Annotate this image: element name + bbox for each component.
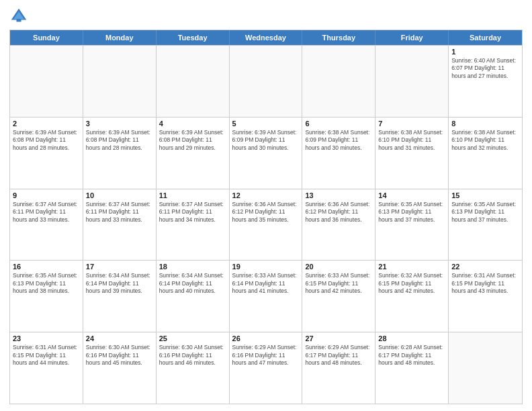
calendar-cell-4-5: 28Sunrise: 6:28 AM Sunset: 6:17 PM Dayli… <box>375 332 449 404</box>
logo <box>9 7 31 26</box>
calendar-cell-0-1 <box>83 46 157 117</box>
calendar-body: 1Sunrise: 6:40 AM Sunset: 6:07 PM Daylig… <box>10 45 522 404</box>
calendar-row-1: 2Sunrise: 6:39 AM Sunset: 6:08 PM Daylig… <box>10 117 522 189</box>
calendar-cell-2-6: 15Sunrise: 6:35 AM Sunset: 6:13 PM Dayli… <box>449 189 522 261</box>
day-number: 8 <box>451 120 519 128</box>
day-number: 16 <box>13 263 80 271</box>
day-number: 21 <box>378 263 445 271</box>
calendar-cell-0-4 <box>302 46 375 117</box>
calendar-cell-4-0: 23Sunrise: 6:31 AM Sunset: 6:15 PM Dayli… <box>10 332 83 404</box>
day-info: Sunrise: 6:34 AM Sunset: 6:14 PM Dayligh… <box>159 272 226 295</box>
logo-icon <box>9 7 28 26</box>
day-info: Sunrise: 6:37 AM Sunset: 6:11 PM Dayligh… <box>13 201 80 224</box>
calendar-cell-0-6: 1Sunrise: 6:40 AM Sunset: 6:07 PM Daylig… <box>449 46 522 117</box>
day-number: 12 <box>232 191 300 199</box>
day-number: 18 <box>159 263 226 271</box>
calendar-cell-4-4: 27Sunrise: 6:29 AM Sunset: 6:17 PM Dayli… <box>302 332 375 404</box>
day-number: 25 <box>159 334 226 342</box>
calendar-cell-2-1: 10Sunrise: 6:37 AM Sunset: 6:11 PM Dayli… <box>83 189 157 261</box>
calendar-cell-1-0: 2Sunrise: 6:39 AM Sunset: 6:08 PM Daylig… <box>10 118 83 189</box>
day-info: Sunrise: 6:38 AM Sunset: 6:09 PM Dayligh… <box>305 129 372 152</box>
header-day-monday: Monday <box>83 30 157 45</box>
day-info: Sunrise: 6:39 AM Sunset: 6:08 PM Dayligh… <box>86 129 153 152</box>
day-info: Sunrise: 6:30 AM Sunset: 6:16 PM Dayligh… <box>159 344 226 367</box>
day-number: 22 <box>451 263 519 271</box>
calendar-cell-0-0 <box>10 46 83 117</box>
calendar-row-2: 9Sunrise: 6:37 AM Sunset: 6:11 PM Daylig… <box>10 189 522 261</box>
header-day-thursday: Thursday <box>302 30 375 45</box>
day-info: Sunrise: 6:40 AM Sunset: 6:07 PM Dayligh… <box>451 57 519 80</box>
header-day-friday: Friday <box>375 30 449 45</box>
day-number: 10 <box>86 191 153 199</box>
calendar-cell-1-1: 3Sunrise: 6:39 AM Sunset: 6:08 PM Daylig… <box>83 118 157 189</box>
calendar-cell-2-0: 9Sunrise: 6:37 AM Sunset: 6:11 PM Daylig… <box>10 189 83 261</box>
day-number: 15 <box>451 191 519 199</box>
calendar-row-3: 16Sunrise: 6:35 AM Sunset: 6:13 PM Dayli… <box>10 260 522 332</box>
day-info: Sunrise: 6:39 AM Sunset: 6:09 PM Dayligh… <box>232 129 300 152</box>
day-number: 26 <box>232 334 300 342</box>
day-info: Sunrise: 6:31 AM Sunset: 6:15 PM Dayligh… <box>451 272 519 295</box>
calendar-cell-4-1: 24Sunrise: 6:30 AM Sunset: 6:16 PM Dayli… <box>83 332 157 404</box>
day-info: Sunrise: 6:29 AM Sunset: 6:17 PM Dayligh… <box>305 344 372 367</box>
calendar-cell-2-5: 14Sunrise: 6:35 AM Sunset: 6:13 PM Dayli… <box>375 189 449 261</box>
calendar-cell-3-0: 16Sunrise: 6:35 AM Sunset: 6:13 PM Dayli… <box>10 261 83 332</box>
day-info: Sunrise: 6:34 AM Sunset: 6:14 PM Dayligh… <box>86 272 153 295</box>
day-info: Sunrise: 6:37 AM Sunset: 6:11 PM Dayligh… <box>159 201 226 224</box>
header-day-saturday: Saturday <box>449 30 522 45</box>
day-number: 4 <box>159 120 226 128</box>
day-number: 24 <box>86 334 153 342</box>
day-number: 14 <box>378 191 445 199</box>
day-number: 20 <box>305 263 372 271</box>
page: SundayMondayTuesdayWednesdayThursdayFrid… <box>0 0 532 411</box>
calendar-cell-0-3 <box>230 46 303 117</box>
calendar-cell-0-2 <box>157 46 230 117</box>
day-info: Sunrise: 6:39 AM Sunset: 6:08 PM Dayligh… <box>13 129 80 152</box>
day-number: 5 <box>232 120 300 128</box>
day-number: 13 <box>305 191 372 199</box>
day-number: 28 <box>378 334 445 342</box>
header-day-sunday: Sunday <box>10 30 83 45</box>
day-info: Sunrise: 6:35 AM Sunset: 6:13 PM Dayligh… <box>378 201 445 224</box>
day-number: 2 <box>13 120 80 128</box>
day-number: 27 <box>305 334 372 342</box>
calendar-cell-1-4: 6Sunrise: 6:38 AM Sunset: 6:09 PM Daylig… <box>302 118 375 189</box>
calendar-cell-1-6: 8Sunrise: 6:38 AM Sunset: 6:10 PM Daylig… <box>449 118 522 189</box>
day-number: 6 <box>305 120 372 128</box>
day-number: 23 <box>13 334 80 342</box>
calendar-cell-3-3: 19Sunrise: 6:33 AM Sunset: 6:14 PM Dayli… <box>230 261 303 332</box>
day-number: 9 <box>13 191 80 199</box>
svg-rect-2 <box>17 19 21 21</box>
calendar-header: SundayMondayTuesdayWednesdayThursdayFrid… <box>10 30 522 45</box>
day-info: Sunrise: 6:33 AM Sunset: 6:15 PM Dayligh… <box>305 272 372 295</box>
calendar-cell-3-2: 18Sunrise: 6:34 AM Sunset: 6:14 PM Dayli… <box>157 261 230 332</box>
day-info: Sunrise: 6:33 AM Sunset: 6:14 PM Dayligh… <box>232 272 300 295</box>
day-info: Sunrise: 6:35 AM Sunset: 6:13 PM Dayligh… <box>13 272 80 295</box>
day-info: Sunrise: 6:35 AM Sunset: 6:13 PM Dayligh… <box>451 201 519 224</box>
day-number: 19 <box>232 263 300 271</box>
calendar-cell-1-3: 5Sunrise: 6:39 AM Sunset: 6:09 PM Daylig… <box>230 118 303 189</box>
calendar-cell-4-2: 25Sunrise: 6:30 AM Sunset: 6:16 PM Dayli… <box>157 332 230 404</box>
calendar-cell-3-6: 22Sunrise: 6:31 AM Sunset: 6:15 PM Dayli… <box>449 261 522 332</box>
calendar-cell-2-4: 13Sunrise: 6:36 AM Sunset: 6:12 PM Dayli… <box>302 189 375 261</box>
day-number: 7 <box>378 120 445 128</box>
day-info: Sunrise: 6:32 AM Sunset: 6:15 PM Dayligh… <box>378 272 445 295</box>
day-info: Sunrise: 6:38 AM Sunset: 6:10 PM Dayligh… <box>378 129 445 152</box>
header-day-tuesday: Tuesday <box>157 30 230 45</box>
calendar-row-4: 23Sunrise: 6:31 AM Sunset: 6:15 PM Dayli… <box>10 332 522 404</box>
day-number: 3 <box>86 120 153 128</box>
day-info: Sunrise: 6:36 AM Sunset: 6:12 PM Dayligh… <box>232 201 300 224</box>
day-number: 11 <box>159 191 226 199</box>
day-info: Sunrise: 6:39 AM Sunset: 6:08 PM Dayligh… <box>159 129 226 152</box>
calendar: SundayMondayTuesdayWednesdayThursdayFrid… <box>9 30 523 404</box>
day-info: Sunrise: 6:30 AM Sunset: 6:16 PM Dayligh… <box>86 344 153 367</box>
day-info: Sunrise: 6:36 AM Sunset: 6:12 PM Dayligh… <box>305 201 372 224</box>
day-number: 17 <box>86 263 153 271</box>
day-info: Sunrise: 6:31 AM Sunset: 6:15 PM Dayligh… <box>13 344 80 367</box>
calendar-cell-2-2: 11Sunrise: 6:37 AM Sunset: 6:11 PM Dayli… <box>157 189 230 261</box>
day-info: Sunrise: 6:29 AM Sunset: 6:16 PM Dayligh… <box>232 344 300 367</box>
calendar-row-0: 1Sunrise: 6:40 AM Sunset: 6:07 PM Daylig… <box>10 45 522 117</box>
calendar-cell-3-5: 21Sunrise: 6:32 AM Sunset: 6:15 PM Dayli… <box>375 261 449 332</box>
calendar-cell-3-4: 20Sunrise: 6:33 AM Sunset: 6:15 PM Dayli… <box>302 261 375 332</box>
calendar-cell-2-3: 12Sunrise: 6:36 AM Sunset: 6:12 PM Dayli… <box>230 189 303 261</box>
day-info: Sunrise: 6:37 AM Sunset: 6:11 PM Dayligh… <box>86 201 153 224</box>
